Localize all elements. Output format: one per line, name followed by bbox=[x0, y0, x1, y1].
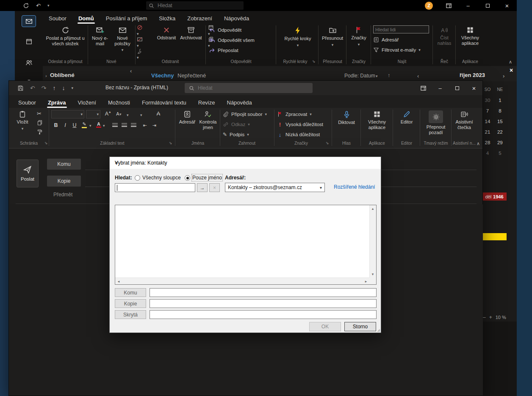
minimize-icon[interactable]: – bbox=[458, 0, 478, 11]
compose-search-box[interactable] bbox=[185, 83, 313, 93]
radio-name-only-label[interactable]: Pouze jméno bbox=[192, 175, 222, 181]
to-button[interactable]: Komu bbox=[47, 159, 81, 170]
tab-domu[interactable]: Domů bbox=[72, 13, 100, 24]
name-search-field[interactable] bbox=[115, 183, 195, 192]
reply-button[interactable]: Odpovědět bbox=[209, 26, 241, 34]
bullet-list-icon[interactable]: ▾ bbox=[127, 112, 129, 118]
tab-revize[interactable]: Revize bbox=[192, 97, 221, 108]
to-recipients-button[interactable]: Komu bbox=[115, 288, 146, 297]
calendar-date[interactable]: 14 bbox=[482, 119, 493, 124]
sweep-button[interactable]: ▾ bbox=[137, 48, 204, 60]
undo-icon[interactable]: ↶ bbox=[30, 85, 35, 91]
tab-vlozeni[interactable]: Vložení bbox=[72, 97, 102, 108]
check-names-button[interactable]: Kontrola jmen bbox=[198, 109, 218, 130]
calendar-date[interactable]: 22 bbox=[494, 129, 505, 135]
reply-all-button[interactable]: Odpovědět všem bbox=[209, 36, 255, 44]
save-icon[interactable] bbox=[17, 85, 24, 91]
align-right-icon[interactable] bbox=[131, 123, 136, 128]
bcc-recipients-input[interactable] bbox=[150, 311, 376, 319]
tab-soubor[interactable]: Soubor bbox=[12, 97, 42, 108]
bold-button[interactable]: B bbox=[52, 121, 60, 129]
previous-item-icon[interactable]: ↑ bbox=[53, 85, 55, 91]
avatar[interactable]: Z bbox=[425, 2, 433, 10]
address-book-select[interactable]: Kontakty – zkotrous@seznam.cz ▾ bbox=[225, 183, 325, 192]
advanced-find-link[interactable]: Rozšířené hledání bbox=[334, 184, 375, 190]
tab-all-mail[interactable]: Všechny bbox=[151, 72, 174, 79]
subject-label[interactable]: Předmět bbox=[53, 192, 72, 198]
maximize-icon[interactable] bbox=[449, 81, 466, 95]
scroll-up-icon[interactable]: ▴ bbox=[369, 205, 376, 212]
ribbon-layout-icon[interactable] bbox=[415, 81, 432, 95]
follow-up-button[interactable]: Zpracovat ▾ bbox=[277, 110, 312, 118]
tab-napoveda[interactable]: Nápověda bbox=[221, 97, 258, 108]
people-module-icon[interactable] bbox=[22, 57, 36, 69]
mail-module-icon[interactable] bbox=[22, 15, 36, 27]
scroll-right-icon[interactable]: ▸ bbox=[363, 278, 369, 285]
decrease-indent-icon[interactable]: ⇤ bbox=[141, 121, 149, 129]
align-left-icon[interactable] bbox=[112, 123, 118, 128]
horizontal-scrollbar[interactable]: ◂ ▸ bbox=[115, 278, 369, 284]
basic-text-dialog-launcher-icon[interactable]: ⇘ bbox=[169, 141, 172, 145]
tags-button[interactable]: Značky ▾ bbox=[348, 25, 370, 47]
tab-zobrazeni[interactable]: Zobrazení bbox=[181, 13, 218, 24]
calendar-event-highlight[interactable] bbox=[482, 233, 507, 240]
find-people-input[interactable] bbox=[375, 27, 425, 32]
send-button[interactable]: Poslat bbox=[17, 160, 39, 187]
send-receive-all-button[interactable]: Poslat a přijmout u všech složek bbox=[44, 25, 86, 46]
font-color-icon[interactable]: A bbox=[96, 121, 101, 128]
read-aloud-button[interactable]: Číst nahlas bbox=[434, 25, 454, 46]
underline-button[interactable]: U bbox=[71, 121, 78, 129]
main-search-box[interactable] bbox=[146, 1, 244, 10]
font-name-select[interactable]: ▾ bbox=[51, 110, 84, 118]
calendar-date[interactable]: 1 bbox=[494, 98, 505, 103]
compose-search-input[interactable] bbox=[198, 85, 283, 91]
address-book-button[interactable]: Adresář bbox=[177, 109, 197, 125]
cc-recipients-field[interactable] bbox=[150, 299, 377, 308]
tab-slozka[interactable]: Složka bbox=[153, 13, 181, 24]
tab-formatovani-textu[interactable]: Formátování textu bbox=[136, 97, 192, 108]
dialog-titlebar[interactable]: Vybrat jména: Kontakty × bbox=[110, 157, 381, 169]
sort-direction-icon[interactable]: ↑ bbox=[388, 72, 391, 78]
calendar-date[interactable]: 4 bbox=[482, 151, 493, 156]
bcc-recipients-button[interactable]: Skrytá bbox=[115, 310, 146, 319]
find-people-box[interactable] bbox=[373, 25, 429, 33]
tab-posilani-a-prijem[interactable]: Posílání a příjem bbox=[100, 13, 153, 24]
tab-zprava[interactable]: Zpráva bbox=[42, 97, 72, 108]
undo-icon[interactable]: ↶ bbox=[36, 3, 41, 9]
zoom-level[interactable]: 10 % bbox=[496, 315, 506, 320]
italic-button[interactable]: I bbox=[61, 121, 69, 129]
dialog-close-icon[interactable]: × bbox=[115, 160, 377, 166]
redo-icon[interactable]: ↷ bbox=[42, 85, 47, 91]
dictate-button[interactable]: Diktovat bbox=[334, 109, 359, 125]
close-icon[interactable]: × bbox=[497, 0, 517, 11]
cut-icon[interactable]: ✂ bbox=[37, 110, 42, 117]
sort-caret-icon[interactable]: ▾ bbox=[376, 74, 378, 78]
bcc-recipients-field[interactable] bbox=[150, 310, 377, 319]
customize-qat-icon[interactable]: ▾ bbox=[47, 3, 50, 8]
numbered-list-icon[interactable]: ▾ bbox=[140, 112, 142, 118]
calendar-date[interactable]: 29 bbox=[494, 140, 505, 145]
main-search-input[interactable] bbox=[158, 3, 225, 8]
increase-indent-icon[interactable]: ⇥ bbox=[150, 121, 158, 129]
ok-button[interactable]: OK bbox=[309, 322, 341, 331]
collapse-folder-pane-icon[interactable]: ‹ bbox=[130, 68, 132, 74]
calendar-next-icon[interactable]: › bbox=[503, 73, 504, 79]
maximize-icon[interactable] bbox=[478, 0, 497, 11]
high-importance-button[interactable]: ! Vysoká důležitost bbox=[277, 120, 323, 129]
quick-steps-dialog-launcher-icon[interactable]: ⇘ bbox=[312, 59, 316, 63]
vertical-scrollbar[interactable]: ▴ ▾ bbox=[369, 205, 376, 278]
zoom-out-icon[interactable]: – bbox=[483, 314, 486, 320]
tab-moznosti[interactable]: Možnosti bbox=[102, 97, 136, 108]
calendar-date[interactable]: 8 bbox=[494, 108, 505, 113]
contacts-list[interactable]: ▴ ▾ ◂ ▸ bbox=[115, 205, 377, 285]
attach-file-button[interactable]: Připojit soubor ▾ bbox=[223, 110, 267, 118]
quick-steps-button[interactable]: Rychlé kroky ▾ bbox=[279, 25, 316, 48]
all-apps-button[interactable]: Všechny aplikace bbox=[457, 25, 483, 46]
copy-icon[interactable] bbox=[37, 120, 43, 126]
notification-close-icon[interactable]: × bbox=[510, 67, 513, 74]
go-button[interactable]: → bbox=[197, 183, 208, 192]
delete-button[interactable]: Odstranit bbox=[155, 25, 178, 41]
clipboard-dialog-launcher-icon[interactable]: ⇘ bbox=[44, 141, 48, 145]
calendar-date[interactable]: 30 bbox=[482, 98, 493, 103]
send-receive-icon[interactable] bbox=[23, 3, 29, 9]
